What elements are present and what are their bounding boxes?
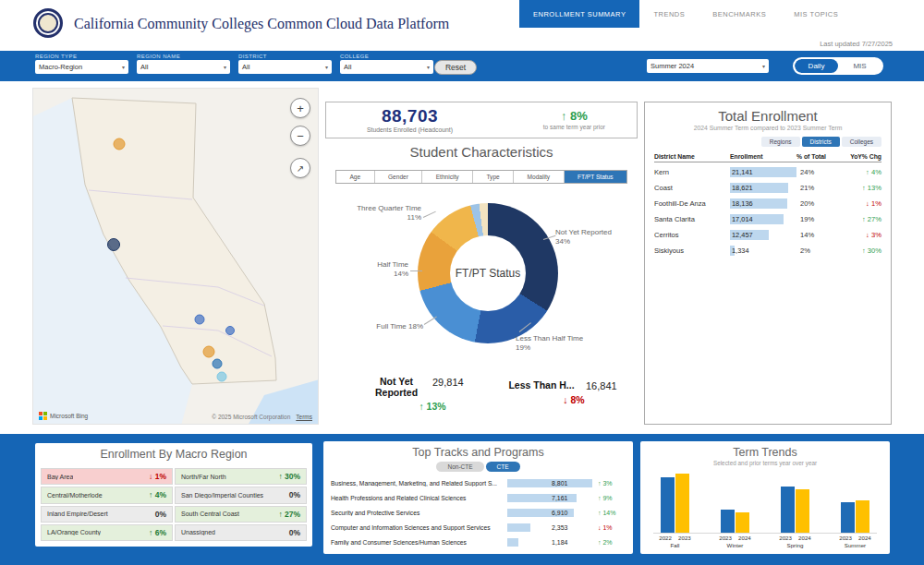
column-header[interactable]: YoY% Chg [841,153,881,160]
tab-gender[interactable]: Gender [375,171,423,183]
term-bar[interactable] [736,512,749,533]
map-bubble[interactable] [225,326,235,335]
segment-label: Half Time [360,260,408,270]
map-brand-label: Microsoft Bing [50,413,88,419]
nav-tab-mis-topics[interactable]: MIS TOPICS [780,0,852,28]
reset-button[interactable]: Reset [434,60,477,75]
map-bubble[interactable] [114,138,126,150]
term-bar[interactable] [781,487,795,533]
filter-select[interactable]: Macro-Region▾ [35,60,128,74]
region-change: 0% [289,528,300,537]
tab-ft-pt-status[interactable]: FT/PT Status [565,171,627,183]
callout-line [423,211,436,218]
region-cell[interactable]: North/Far North↑ 30% [175,468,307,485]
term-bar[interactable] [796,489,809,533]
table-row[interactable]: Kern21,14124%↑ 4% [654,164,881,180]
term-bar[interactable] [841,502,855,533]
map-bubble[interactable] [107,238,120,251]
region-cell[interactable]: Unassigned0% [175,524,307,541]
enrollment-cell: 1,334 [730,246,796,256]
track-row[interactable]: Family and Consumer Sciences/Human Scien… [331,535,627,549]
yoy-change: ↑ 13% [841,184,881,192]
track-bar-cell: 2,353 [507,523,592,532]
card-title: Term Trends [640,446,890,459]
tab-modality[interactable]: Modality [514,171,564,183]
track-name: Business, Management, Marketing, and Rel… [331,480,504,487]
map-bubble[interactable] [194,315,204,325]
total-enrollment-panel: Total Enrollment 2024 Summer Term compar… [644,102,892,425]
view-tab-districts[interactable]: Districts [802,137,840,147]
track-row[interactable]: Computer and Information Sciences and Su… [331,520,627,535]
term-group: 20232024Winter [721,473,749,533]
term-select[interactable]: Summer 2024 ▾ [647,59,769,73]
region-name: North/Far North [181,474,226,480]
filter-region-name: REGION NAMEAll▾ [137,54,230,74]
term-bar[interactable] [661,477,675,533]
track-yoy: ↑ 3% [592,480,627,487]
recenter-button[interactable]: ↗ [290,158,310,178]
ftpt-donut[interactable] [418,203,558,343]
zoom-out-button[interactable]: − [290,126,310,146]
region-cell[interactable]: South Central Coast↑ 27% [175,506,307,523]
region-cell[interactable]: Inland Empire/Desert0% [41,506,173,523]
district-name: Santa Clarita [654,215,730,223]
table-row[interactable]: Santa Clarita17,01419%↑ 27% [654,211,881,227]
mode-mis[interactable]: MIS [838,59,881,73]
term-years: 20232024 [719,535,751,541]
view-tab-regions[interactable]: Regions [761,137,800,147]
column-header[interactable]: District Name [654,153,730,160]
filter-value: Macro-Region [39,63,82,71]
track-row[interactable]: Business, Management, Marketing, and Rel… [331,475,627,490]
mode-daily[interactable]: Daily [795,59,838,73]
enrollment-value: 1,334 [732,246,749,255]
region-name: LA/Orange County [47,529,101,535]
map-bubble[interactable] [212,359,222,369]
table-row[interactable]: Foothill-De Anza18,13620%↓ 1% [654,196,881,211]
region-cell[interactable]: Central/Motherlode↑ 4% [41,487,173,503]
mini-stat-change: ↑ 13% [368,401,497,412]
table-row[interactable]: Coast18,62121%↑ 13% [654,180,881,196]
track-rows: Business, Management, Marketing, and Rel… [331,475,627,549]
top-nav: ENROLLMENT SUMMARYTRENDSBENCHMARKSMIS TO… [519,0,852,28]
tab-type[interactable]: Type [473,171,514,183]
column-header[interactable]: Enrollment [730,153,796,160]
toggle-cte[interactable]: CTE [486,462,520,472]
filter-select[interactable]: All▾ [137,60,230,74]
term-bar[interactable] [721,510,735,533]
callout-full-time: Full Time 18% [357,322,423,331]
characteristics-title: Student Characteristics [325,144,638,160]
terms-link[interactable]: Terms [296,414,312,420]
enrollment-view-tabs: RegionsDistrictsColleges [760,137,881,147]
view-tab-colleges[interactable]: Colleges [842,137,881,147]
region-cell[interactable]: San Diego/Imperial Counties0% [175,487,307,503]
callout-half-time: Half Time 14% [360,260,408,280]
map-bubble[interactable] [216,372,226,382]
region-name: Central/Motherlode [47,492,103,499]
term-bar[interactable] [856,500,869,533]
region-cell[interactable]: LA/Orange County↑ 6% [41,524,173,541]
filter-select[interactable]: All▾ [238,60,332,74]
zoom-in-button[interactable]: + [290,98,310,118]
nav-tab-benchmarks[interactable]: BENCHMARKS [699,0,780,28]
term-group: 20232024Summer [841,473,869,533]
column-header[interactable]: % of Total [796,153,841,160]
track-row[interactable]: Security and Protective Services6,910↑ 1… [331,505,627,520]
filter-select[interactable]: All▾ [340,60,433,74]
term-select-value: Summer 2024 [650,62,694,70]
last-updated-text: Last updated 7/27/2025 [820,40,893,48]
table-row[interactable]: Siskiyous1,3342%↑ 30% [654,243,881,258]
california-map[interactable]: + − ↗ Microsoft Bing © 2025 Microsoft Co… [32,88,319,425]
nav-tab-trends[interactable]: TRENDS [639,0,699,28]
tab-ethnicity[interactable]: Ethnicity [422,171,473,183]
term-bar[interactable] [675,474,689,533]
tab-age[interactable]: Age [336,171,375,183]
track-row[interactable]: Health Professions and Related Clinical … [331,490,627,505]
bottom-strip: Enrollment By Macro Region Bay Area↓ 1%C… [0,434,924,565]
table-row[interactable]: Cerritos12,45714%↓ 3% [654,227,881,243]
nav-tab-enrollment-summary[interactable]: ENROLLMENT SUMMARY [519,0,639,28]
region-cell[interactable]: Bay Area↓ 1% [41,468,173,485]
toggle-non-cte[interactable]: Non-CTE [436,462,483,472]
filter-dropdowns: REGION TYPEMacro-Region▾REGION NAMEAll▾D… [35,54,433,74]
mini-stat-less-than-half: Less Than H... 16,841 ↓ 8% [505,379,643,405]
map-bubble[interactable] [202,345,214,357]
